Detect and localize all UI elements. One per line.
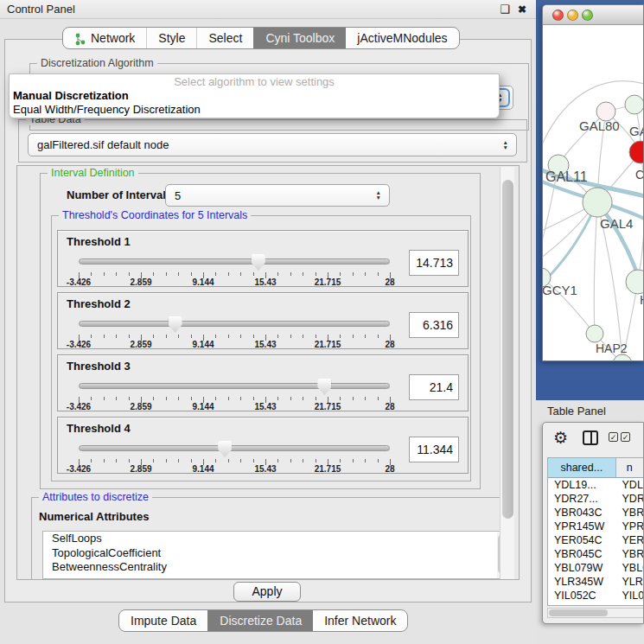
number-of-intervals-combobox[interactable]: 5 ▲▼ [165, 184, 390, 207]
close-traffic-button[interactable] [552, 10, 564, 21]
tab-infer-network[interactable]: Infer Network [313, 610, 407, 631]
network-node[interactable] [583, 188, 612, 217]
slider-tick [253, 335, 254, 338]
tab-label: Cyni Toolbox [265, 29, 335, 48]
slider-tick-label: 2.859 [130, 277, 151, 287]
slider-tick [215, 459, 216, 462]
table-data-value: galFiltered.sif default node [37, 134, 169, 156]
gear-icon[interactable]: ⚙ [553, 428, 568, 448]
table-hscrollbar[interactable] [547, 608, 644, 618]
slider-thumb[interactable] [252, 254, 265, 271]
slider-thumb[interactable] [317, 379, 331, 395]
slider-track[interactable] [79, 258, 390, 265]
settings-scroll-area: Interval Definition Number of Intervals … [16, 165, 520, 580]
slider-track[interactable] [79, 445, 390, 451]
threshold-slider[interactable]: -3.4262.8599.14415.4321.71528 [73, 438, 395, 473]
tab-style[interactable]: Style [146, 28, 196, 48]
slider-tick-label: 28 [385, 402, 394, 411]
table-cell: YBR045C [548, 547, 616, 561]
column-layout-icon[interactable] [583, 430, 598, 445]
slider-tick [340, 335, 341, 338]
numerical-attributes-list[interactable]: SelfLoopsTopologicalCoefficientBetweenne… [42, 531, 511, 579]
slider-tick [215, 335, 216, 338]
network-node[interactable] [586, 325, 603, 342]
tab-label: Network [91, 29, 135, 48]
algorithm-option[interactable]: Manual Discretization [10, 89, 499, 103]
attribute-list-item[interactable]: TopologicalCoefficient [43, 546, 510, 561]
close-icon[interactable]: ✖ [515, 3, 529, 16]
threshold-value-field[interactable]: 14.713 [409, 250, 459, 276]
tab-jactivemnodules[interactable]: jActiveMNodules [346, 28, 458, 48]
table-data-group: Table Data galFiltered.sif default node … [18, 119, 527, 163]
float-window-icon[interactable]: ❑ [498, 3, 512, 16]
threshold-value-field[interactable]: 21.4 [409, 374, 459, 400]
threshold-value-field[interactable]: 6.316 [409, 312, 459, 338]
slider-tick [365, 397, 366, 400]
slider-tick [290, 272, 291, 276]
checkbox-icon[interactable]: ✓ [621, 432, 630, 442]
slider-track[interactable] [79, 321, 390, 327]
minimize-traffic-button[interactable] [567, 10, 578, 21]
slider-tick [316, 272, 316, 276]
network-node[interactable] [626, 270, 644, 294]
network-edge [594, 202, 597, 334]
slider-tick [116, 397, 117, 400]
zoom-traffic-button[interactable] [582, 10, 593, 21]
tab-label: Infer Network [324, 611, 396, 631]
slider-tick [178, 397, 179, 400]
slider-track[interactable] [79, 383, 390, 389]
network-node[interactable] [613, 354, 632, 361]
slider-tick [116, 272, 117, 276]
slider-tick [253, 272, 254, 276]
settings-scrollbar[interactable] [500, 167, 514, 579]
slider-tick [191, 272, 192, 276]
table-row[interactable]: YDL19...YDL1 [548, 478, 644, 492]
attribute-list-item[interactable]: BetweennessCentrality [43, 560, 510, 575]
column-header[interactable]: n [616, 458, 644, 477]
slider-tick [378, 459, 379, 462]
slider-thumb[interactable] [218, 441, 232, 457]
tab-select[interactable]: Select [196, 28, 253, 48]
table-row[interactable]: YER054CYER0 [548, 533, 644, 547]
slider-tick [277, 335, 278, 338]
slider-tick [277, 459, 278, 462]
threshold-value-field[interactable]: 11.344 [409, 437, 459, 462]
threshold-slider[interactable]: -3.4262.8599.14415.4321.71528 [73, 314, 395, 348]
network-node[interactable] [625, 95, 644, 114]
checkbox-icon[interactable]: ✓ [609, 432, 618, 442]
apply-button[interactable]: Apply [233, 582, 301, 602]
table-row[interactable]: YBR043CYBR0 [548, 506, 644, 520]
tab-network[interactable]: Network [63, 28, 146, 48]
table-cell: YBR0 [616, 506, 644, 520]
settings-scrollbar-thumb[interactable] [502, 180, 513, 519]
table-row[interactable]: YBR045CYBR0 [548, 547, 644, 561]
threshold-slider[interactable]: -3.4262.8599.14415.4321.71528 [73, 376, 395, 411]
tab-discretize-data[interactable]: Discretize Data [207, 610, 313, 631]
slider-tick [91, 272, 92, 276]
tab-cyni-toolbox[interactable]: Cyni Toolbox [253, 28, 346, 48]
slider-tick-label: 21.715 [315, 402, 341, 411]
interval-definition-group: Interval Definition Number of Intervals … [40, 173, 481, 489]
slider-thumb[interactable] [169, 316, 182, 333]
table-row[interactable]: YBL079WYBL0 [548, 561, 644, 575]
table-data-combobox[interactable]: galFiltered.sif default node ▲▼ [28, 133, 517, 156]
slider-tick [277, 397, 278, 400]
table-hscrollbar-thumb[interactable] [549, 609, 608, 616]
slider-tick [365, 459, 366, 462]
threshold-label: Threshold 2 [67, 297, 131, 310]
table-row[interactable]: YLR345WYLR3 [548, 575, 644, 589]
tab-impute-data[interactable]: Impute Data [119, 610, 207, 631]
threshold-slider[interactable]: -3.4262.8599.14415.4321.71528 [73, 252, 395, 286]
apply-row: Apply [5, 582, 531, 603]
discretization-algorithm-title: Discretization Algorithm [37, 57, 157, 69]
algorithm-placeholder: Select algorithm to view settings [10, 74, 499, 89]
table-row[interactable]: YDR27...YDR2 [548, 492, 644, 506]
table-row[interactable]: YIL052CYIL0 [548, 589, 644, 603]
network-node[interactable] [629, 141, 644, 163]
network-canvas[interactable]: GAL80GACGAL11GAL4GCY1HHAP2 [543, 25, 643, 361]
slider-tick-label: 15.43 [254, 277, 276, 287]
algorithm-option[interactable]: Equal Width/Frequency Discretization [10, 103, 499, 117]
column-header[interactable]: shared... [548, 458, 616, 477]
table-row[interactable]: YPR145WYPR1 [548, 520, 644, 533]
attribute-list-item[interactable]: SelfLoops [43, 532, 510, 546]
